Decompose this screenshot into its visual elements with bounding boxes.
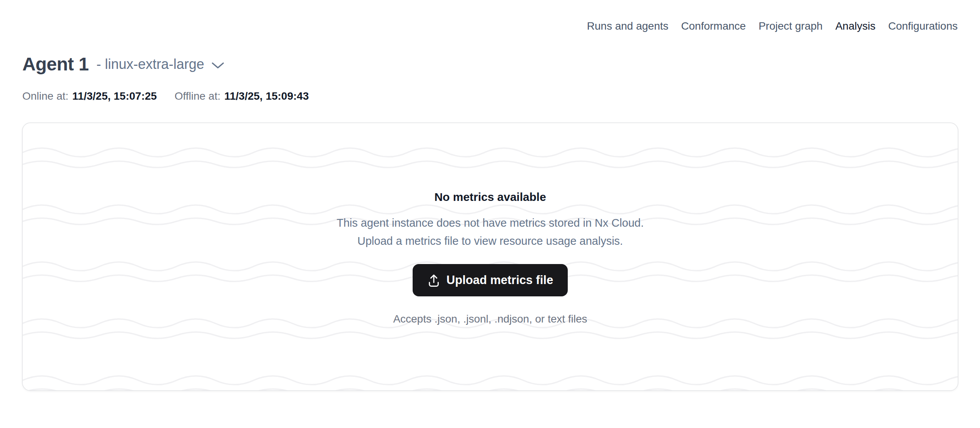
empty-state-description-line1: This agent instance does not have metric… xyxy=(337,214,644,232)
nav-runs-and-agents[interactable]: Runs and agents xyxy=(587,19,669,33)
upload-icon xyxy=(427,273,440,288)
upload-metrics-button[interactable]: Upload metrics file xyxy=(413,264,568,296)
empty-state-title: No metrics available xyxy=(434,191,546,203)
nav-project-graph[interactable]: Project graph xyxy=(759,19,823,33)
online-at-label: Online at: xyxy=(22,90,69,103)
nav-analysis[interactable]: Analysis xyxy=(835,19,875,33)
top-navigation: Runs and agents Conformance Project grap… xyxy=(587,19,958,33)
empty-state-description: This agent instance does not have metric… xyxy=(337,214,644,250)
nav-conformance[interactable]: Conformance xyxy=(681,19,746,33)
accepted-file-types: Accepts .json, .jsonl, .ndjson, or text … xyxy=(393,313,587,326)
chevron-down-icon[interactable] xyxy=(211,59,224,69)
agent-header: Agent 1 - linux-extra-large xyxy=(22,53,224,75)
nav-configurations[interactable]: Configurations xyxy=(888,19,958,33)
offline-at-value: 11/3/25, 15:09:43 xyxy=(224,90,309,103)
offline-at: Offline at: 11/3/25, 15:09:43 xyxy=(174,90,309,103)
online-at: Online at: 11/3/25, 15:07:25 xyxy=(22,90,157,103)
agent-status-row: Online at: 11/3/25, 15:07:25 Offline at:… xyxy=(22,90,309,103)
agent-title: Agent 1 xyxy=(22,53,89,75)
agent-machine-label: - linux-extra-large xyxy=(97,56,204,73)
empty-state: No metrics available This agent instance… xyxy=(23,123,958,390)
offline-at-label: Offline at: xyxy=(174,90,220,103)
upload-button-label: Upload metrics file xyxy=(447,273,553,287)
metrics-card: No metrics available This agent instance… xyxy=(22,122,958,391)
online-at-value: 11/3/25, 15:07:25 xyxy=(72,90,157,103)
empty-state-description-line2: Upload a metrics file to view resource u… xyxy=(337,232,644,250)
